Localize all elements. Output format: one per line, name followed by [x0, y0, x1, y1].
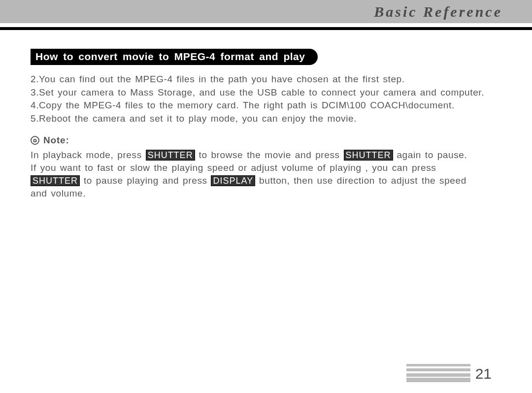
note-text-2: If you want to fast or slow the playing … — [31, 163, 436, 173]
content-area: How to convert movie to MPEG-4 format an… — [0, 30, 532, 200]
smiley-icon — [31, 136, 39, 145]
header-bar: Basic Reference — [0, 0, 532, 23]
step-4: 4.Copy the MPEG-4 files to the memory ca… — [31, 99, 502, 112]
section-heading: How to convert movie to MPEG-4 format an… — [31, 49, 318, 65]
header-title: Basic Reference — [374, 3, 502, 20]
page-number: 21 — [475, 365, 492, 382]
note-label: Note: — [43, 135, 69, 146]
step-5: 5.Reboot the camera and set it to play m… — [31, 112, 502, 125]
display-button-label: DISPLAY — [211, 175, 255, 186]
note-text-4: and volume. — [31, 188, 86, 198]
note-body: In playback mode, press SHUTTER to brows… — [31, 149, 502, 200]
note-text-1b: to browse the movie and press — [195, 150, 344, 160]
shutter-button-label: SHUTTER — [31, 175, 80, 186]
swoosh-icon — [406, 361, 470, 382]
shutter-button-label: SHUTTER — [146, 150, 195, 161]
step-3: 3.Set your camera to Mass Storage, and u… — [31, 86, 502, 99]
footer: 21 — [406, 361, 492, 382]
step-2: 2.You can find out the MPEG-4 files in t… — [31, 73, 502, 86]
note-text-3b: to pause playing and press — [80, 175, 211, 186]
note-header: Note: — [31, 135, 502, 146]
note-text-3c: button, then use direction to adjust the… — [255, 175, 466, 186]
manual-page: Basic Reference How to convert movie to … — [0, 0, 532, 393]
note-text-1c: again to pause. — [393, 150, 467, 160]
note-text-1a: In playback mode, press — [31, 150, 146, 160]
shutter-button-label: SHUTTER — [344, 150, 393, 161]
steps-list: 2.You can find out the MPEG-4 files in t… — [31, 73, 502, 125]
